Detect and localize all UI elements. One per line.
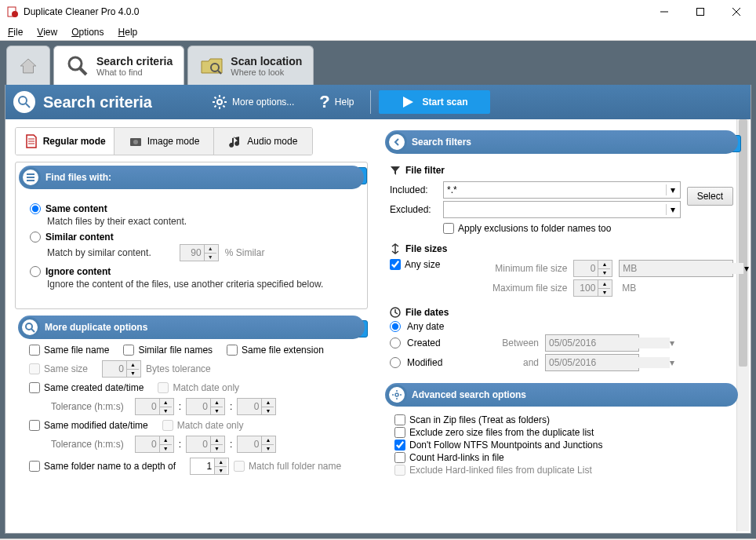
radio-created[interactable] — [390, 338, 401, 348]
page-icon — [13, 91, 35, 113]
max-size-spinner[interactable]: ▲▼ — [573, 279, 612, 297]
chk-exclude-hardlinks[interactable]: Exclude Hard-linked files from duplicate… — [394, 465, 592, 476]
tol-h2[interactable]: ▲▼ — [135, 436, 174, 453]
tab-search-criteria[interactable]: Search criteria What to find — [53, 46, 184, 85]
svg-line-7 — [80, 68, 86, 75]
filter-icon — [390, 165, 401, 176]
chk-same-folder[interactable]: Same folder name to a depth of — [29, 461, 176, 472]
svg-point-12 — [217, 100, 222, 104]
window-title: Duplicate Cleaner Pro 4.0.0 — [24, 6, 646, 17]
radio-ignore-content[interactable]: Ignore content — [30, 266, 353, 277]
similar-percent-spinner[interactable]: ▲▼ — [180, 244, 219, 261]
app-icon — [6, 5, 19, 18]
mode-regular[interactable]: Regular mode — [16, 128, 114, 155]
clock-icon — [390, 307, 401, 318]
date-to[interactable]: ▾ — [545, 354, 639, 371]
find-files-title: Find files with: — [45, 172, 111, 183]
svg-line-17 — [214, 97, 216, 99]
svg-rect-3 — [697, 9, 704, 16]
radio-modified[interactable] — [390, 357, 401, 368]
music-note-icon — [228, 134, 242, 148]
menu-help[interactable]: Help — [118, 27, 138, 38]
size-tolerance-spinner[interactable]: ▲▼ — [102, 360, 141, 378]
chk-same-created[interactable]: Same created date/time — [29, 382, 144, 393]
menu-file[interactable]: File — [8, 27, 23, 38]
svg-line-30 — [31, 329, 35, 332]
menu-view[interactable]: View — [37, 27, 57, 38]
maximize-button[interactable] — [682, 1, 718, 23]
tol-h1[interactable]: ▲▼ — [135, 398, 174, 415]
chk-exclude-zero[interactable]: Exclude zero size files from the duplica… — [394, 427, 594, 438]
folder-depth-spinner[interactable]: ▲▼ — [190, 458, 229, 475]
select-button[interactable]: Select — [687, 187, 733, 206]
svg-line-19 — [214, 106, 216, 108]
excluded-combo[interactable]: ▾ — [443, 201, 681, 218]
svg-line-18 — [223, 106, 224, 108]
chk-any-size[interactable]: Any size — [390, 259, 440, 270]
minimize-button[interactable] — [646, 1, 682, 23]
chk-same-extension[interactable]: Same file extension — [227, 345, 324, 356]
included-combo[interactable]: ▾ — [443, 181, 681, 199]
document-icon — [24, 134, 38, 148]
radio-same-content[interactable]: Same content — [30, 203, 353, 214]
svg-point-29 — [26, 323, 32, 330]
tol-m1[interactable]: ▲▼ — [186, 398, 225, 415]
min-unit-combo[interactable]: ▾ — [619, 260, 733, 277]
chk-match-date-only-2[interactable]: Match date only — [162, 420, 244, 431]
svg-point-6 — [69, 57, 82, 70]
play-icon — [401, 95, 415, 109]
svg-point-25 — [133, 140, 138, 144]
tol-s2[interactable]: ▲▼ — [237, 436, 276, 453]
chk-same-file-name[interactable]: Same file name — [29, 345, 109, 356]
close-button[interactable] — [718, 1, 754, 23]
help-button[interactable]: ? Help — [307, 92, 366, 112]
menu-options[interactable]: Options — [71, 27, 104, 38]
search-filters-title: Search filters — [412, 137, 471, 148]
question-icon: ? — [319, 92, 329, 112]
svg-line-11 — [26, 104, 30, 108]
chk-scan-zip[interactable]: Scan in Zip files (Treat as folders) — [394, 414, 550, 425]
chevron-left-icon — [387, 132, 407, 152]
search-icon — [20, 317, 40, 338]
radio-similar-content[interactable]: Similar content — [30, 232, 353, 243]
svg-point-32 — [395, 393, 398, 396]
svg-line-20 — [223, 97, 224, 99]
min-size-spinner[interactable]: ▲▼ — [573, 260, 612, 277]
list-icon — [20, 167, 41, 188]
more-options-button[interactable]: More options... — [199, 94, 307, 110]
chk-apply-exclusions[interactable]: Apply exclusions to folder names too — [443, 223, 611, 234]
chk-match-date-only-1[interactable]: Match date only — [158, 382, 239, 393]
chk-same-modified[interactable]: Same modified date/time — [29, 420, 148, 431]
advanced-title: Advanced search options — [412, 389, 526, 400]
chk-similar-file-names[interactable]: Similar file names — [123, 345, 213, 356]
chk-same-size[interactable]: Same size — [29, 363, 88, 374]
more-dup-title: More duplicate options — [45, 322, 147, 333]
tab-scan-location[interactable]: Scan location Where to look — [187, 46, 314, 85]
page-title: Search criteria — [43, 93, 152, 111]
gear-icon — [212, 94, 227, 110]
mode-image[interactable]: Image mode — [114, 128, 213, 155]
start-scan-button[interactable]: Start scan — [379, 90, 490, 114]
tol-s1[interactable]: ▲▼ — [237, 398, 276, 415]
tol-m2[interactable]: ▲▼ — [186, 436, 225, 453]
chk-count-hardlinks[interactable]: Count Hard-links in file — [394, 452, 504, 463]
gear-icon — [387, 385, 407, 405]
date-from[interactable]: ▾ — [545, 334, 639, 352]
camera-icon — [129, 134, 143, 148]
chk-ntfs[interactable]: Don't Follow NTFS Mountpoints and Juncti… — [394, 440, 602, 451]
tab-home[interactable] — [6, 46, 50, 85]
radio-any-date[interactable] — [390, 321, 401, 332]
chk-match-full-folder[interactable]: Match full folder name — [234, 461, 341, 472]
resize-icon — [390, 243, 401, 254]
svg-point-10 — [19, 97, 27, 104]
mode-audio[interactable]: Audio mode — [214, 128, 312, 155]
svg-point-1 — [12, 11, 18, 17]
